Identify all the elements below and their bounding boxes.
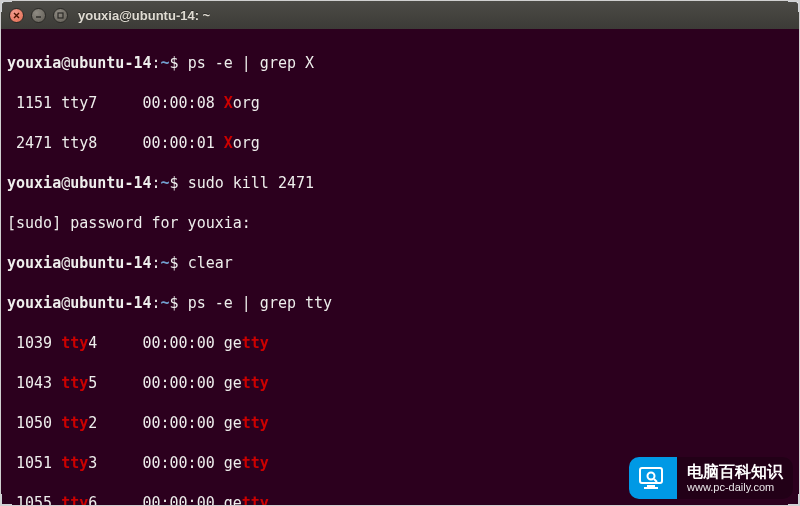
command-text: clear bbox=[188, 254, 233, 272]
grep-match: tty bbox=[61, 454, 88, 472]
output-line: 2471 tty8 00:00:01 Xorg bbox=[7, 133, 793, 153]
prompt-host: ubuntu-14 bbox=[70, 54, 151, 72]
grep-match: tty bbox=[61, 414, 88, 432]
command-text: sudo kill 2471 bbox=[188, 174, 314, 192]
maximize-button[interactable] bbox=[53, 8, 68, 23]
monitor-icon bbox=[637, 464, 665, 492]
frame-corner bbox=[788, 494, 800, 506]
grep-match: X bbox=[224, 134, 233, 152]
minimize-button[interactable] bbox=[31, 8, 46, 23]
output-line: 1043 tty5 00:00:00 getty bbox=[7, 373, 793, 393]
svg-rect-0 bbox=[58, 13, 63, 18]
grep-match: X bbox=[224, 94, 233, 112]
maximize-icon bbox=[57, 12, 64, 19]
prompt-path: ~ bbox=[161, 54, 170, 72]
output-line: [sudo] password for youxia: bbox=[7, 213, 793, 233]
svg-rect-1 bbox=[640, 468, 662, 483]
window-titlebar: youxia@ubuntu-14: ~ bbox=[1, 1, 799, 29]
prompt-at: @ bbox=[61, 54, 70, 72]
prompt-user: youxia bbox=[7, 54, 61, 72]
svg-point-4 bbox=[648, 473, 655, 480]
prompt-colon: : bbox=[152, 54, 161, 72]
watermark-title: 电脑百科知识 bbox=[687, 463, 783, 481]
output-line: 1151 tty7 00:00:08 Xorg bbox=[7, 93, 793, 113]
grep-match: tty bbox=[242, 454, 269, 472]
watermark-badge: 电脑百科知识 www.pc-daily.com bbox=[629, 457, 793, 499]
watermark-logo bbox=[629, 457, 677, 499]
grep-match: tty bbox=[61, 334, 88, 352]
grep-match: tty bbox=[61, 494, 88, 505]
prompt-dollar: $ bbox=[170, 54, 179, 72]
command-text: ps -e | grep tty bbox=[188, 294, 333, 312]
frame-corner bbox=[788, 0, 800, 12]
prompt-line: youxia@ubuntu-14:~$ sudo kill 2471 bbox=[7, 173, 793, 193]
prompt-line: youxia@ubuntu-14:~$ clear bbox=[7, 253, 793, 273]
output-line: 1050 tty2 00:00:00 getty bbox=[7, 413, 793, 433]
output-line: 1039 tty4 00:00:00 getty bbox=[7, 333, 793, 353]
grep-match: tty bbox=[242, 374, 269, 392]
terminal-output[interactable]: youxia@ubuntu-14:~$ ps -e | grep X 1151 … bbox=[1, 29, 799, 505]
watermark-url: www.pc-daily.com bbox=[687, 481, 783, 494]
window-controls bbox=[9, 8, 68, 23]
grep-match: tty bbox=[242, 334, 269, 352]
command-text: ps -e | grep X bbox=[188, 54, 314, 72]
svg-rect-3 bbox=[644, 487, 658, 489]
close-icon bbox=[13, 12, 20, 19]
prompt-line: youxia@ubuntu-14:~$ ps -e | grep X bbox=[7, 53, 793, 73]
minimize-icon bbox=[35, 12, 42, 19]
grep-match: tty bbox=[242, 414, 269, 432]
svg-rect-2 bbox=[647, 485, 655, 487]
svg-line-5 bbox=[654, 479, 657, 482]
prompt-line: youxia@ubuntu-14:~$ ps -e | grep tty bbox=[7, 293, 793, 313]
grep-match: tty bbox=[242, 494, 269, 505]
frame-corner bbox=[0, 494, 12, 506]
watermark-text: 电脑百科知识 www.pc-daily.com bbox=[677, 457, 793, 499]
frame-corner bbox=[0, 0, 12, 12]
window-title: youxia@ubuntu-14: ~ bbox=[78, 8, 210, 23]
grep-match: tty bbox=[61, 374, 88, 392]
